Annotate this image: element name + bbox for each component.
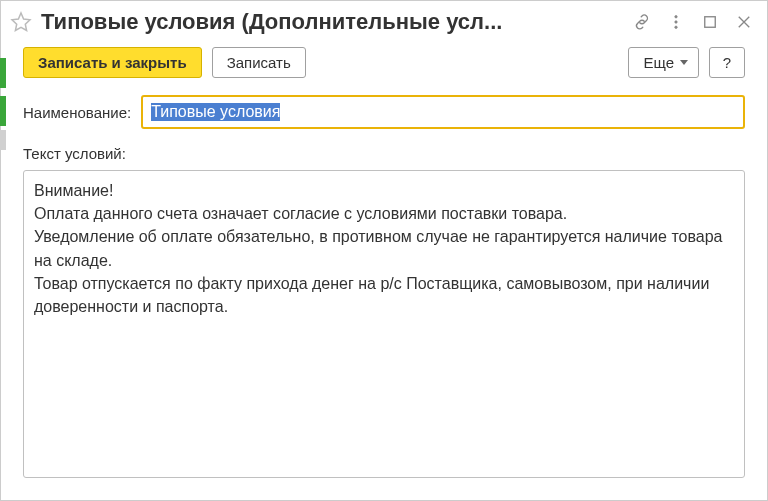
svg-rect-3: [705, 17, 716, 28]
maximize-icon[interactable]: [699, 11, 721, 33]
svg-point-1: [675, 21, 677, 23]
save-button[interactable]: Записать: [212, 47, 306, 78]
titlebar-actions: [631, 11, 755, 33]
chevron-down-icon: [680, 60, 688, 65]
titlebar: Типовые условия (Дополнительные усл...: [1, 1, 767, 43]
name-input[interactable]: [145, 99, 741, 125]
name-label: Наименование:: [23, 104, 131, 121]
help-button[interactable]: ?: [709, 47, 745, 78]
name-row: Наименование:: [23, 95, 745, 129]
name-field-wrap: [141, 95, 745, 129]
terms-label: Текст условий:: [23, 145, 745, 162]
link-icon[interactable]: [631, 11, 653, 33]
kebab-menu-icon[interactable]: [665, 11, 687, 33]
more-button-label: Еще: [643, 55, 674, 70]
more-button[interactable]: Еще: [628, 47, 699, 78]
svg-point-0: [675, 16, 677, 18]
toolbar: Записать и закрыть Записать Еще ?: [1, 43, 767, 91]
window-title: Типовые условия (Дополнительные усл...: [41, 9, 623, 35]
terms-textarea[interactable]: [23, 170, 745, 478]
close-icon[interactable]: [733, 11, 755, 33]
save-and-close-button[interactable]: Записать и закрыть: [23, 47, 202, 78]
svg-point-2: [675, 26, 677, 28]
form-content: Наименование: Текст условий:: [1, 91, 767, 500]
favorite-star-icon[interactable]: [9, 10, 33, 34]
dialog-window: Типовые условия (Дополнительные усл... З…: [0, 0, 768, 501]
